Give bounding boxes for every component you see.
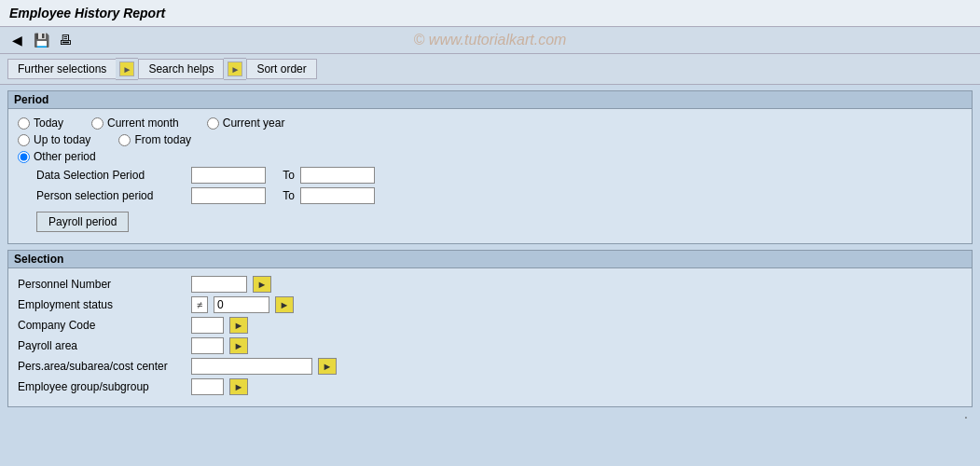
period-section: Period Today Current month Current year xyxy=(7,90,973,244)
employee-group-input[interactable] xyxy=(191,378,224,395)
save-icon[interactable]: 💾 xyxy=(32,31,50,49)
radio-other-period-input[interactable] xyxy=(18,151,30,163)
search-helps-arrow-icon: ► xyxy=(228,62,242,76)
print-icon[interactable]: 🖶 xyxy=(56,31,75,49)
payroll-period-button[interactable]: Payroll period xyxy=(36,212,129,232)
radio-current-year-input[interactable] xyxy=(207,117,219,130)
radio-from-today[interactable]: From today xyxy=(118,133,191,146)
person-selection-label: Person selection period xyxy=(36,189,186,202)
ne-operator-icon: ≠ xyxy=(191,296,208,313)
company-code-row: Company Code ► xyxy=(18,317,962,334)
period-row-3: Other period xyxy=(18,150,962,163)
payroll-area-label: Payroll area xyxy=(18,339,186,352)
period-header: Period xyxy=(8,91,972,109)
radio-current-year[interactable]: Current year xyxy=(207,116,285,130)
further-selections-arrow-icon: ► xyxy=(119,62,134,76)
page-title: Employee History Report xyxy=(0,0,980,27)
radio-today-input[interactable] xyxy=(18,117,30,130)
tab-further-selections[interactable]: Further selections xyxy=(7,59,116,79)
employment-status-arrow[interactable]: ► xyxy=(275,296,294,313)
radio-current-month-input[interactable] xyxy=(91,117,104,130)
personnel-number-arrow[interactable]: ► xyxy=(253,276,271,293)
radio-up-to-today-input[interactable] xyxy=(18,134,30,146)
pers-area-input[interactable] xyxy=(191,358,312,375)
company-code-arrow[interactable]: ► xyxy=(229,317,248,334)
toolbar: ◀ 💾 🖶 © www.tutorialkart.com xyxy=(0,27,980,54)
selection-section: Selection Personnel Number ► Employment … xyxy=(7,250,973,407)
employment-status-input[interactable] xyxy=(214,296,269,313)
person-selection-row: Person selection period To xyxy=(36,187,962,204)
employment-status-row: Employment status ≠ ► xyxy=(18,296,962,313)
employee-group-label: Employee group/subgroup xyxy=(18,380,186,393)
employment-status-label: Employment status xyxy=(18,298,186,311)
radio-up-to-today[interactable]: Up to today xyxy=(18,133,90,146)
tab-sort-order[interactable]: Sort order xyxy=(246,59,316,79)
to-label-2: To xyxy=(271,189,295,202)
watermark: © www.tutorialkart.com xyxy=(414,32,567,48)
payroll-area-input[interactable] xyxy=(191,337,224,354)
selection-body: Personnel Number ► Employment status ≠ ►… xyxy=(8,268,972,406)
personnel-number-row: Personnel Number ► xyxy=(18,276,962,293)
selection-header: Selection xyxy=(8,251,972,268)
company-code-label: Company Code xyxy=(18,319,186,332)
period-row-1: Today Current month Current year xyxy=(18,116,962,130)
payroll-area-arrow[interactable]: ► xyxy=(229,337,248,354)
radio-from-today-input[interactable] xyxy=(118,134,131,146)
pers-area-row: Pers.area/subarea/cost center ► xyxy=(18,358,962,375)
period-body: Today Current month Current year Up to t… xyxy=(8,109,972,243)
radio-current-month[interactable]: Current month xyxy=(91,116,179,130)
data-selection-from-input[interactable] xyxy=(191,167,266,184)
tab-search-helps[interactable]: Search helps xyxy=(138,59,224,79)
radio-today[interactable]: Today xyxy=(18,116,63,130)
pers-area-arrow[interactable]: ► xyxy=(318,358,337,375)
data-selection-label: Data Selection Period xyxy=(36,169,186,182)
payroll-period-row: Payroll period xyxy=(36,208,962,232)
payroll-area-row: Payroll area ► xyxy=(18,337,962,354)
period-fields: Data Selection Period To Person selectio… xyxy=(36,167,962,232)
main-content: Period Today Current month Current year xyxy=(0,85,980,413)
pers-area-label: Pers.area/subarea/cost center xyxy=(18,360,186,373)
dot-hint: . xyxy=(964,406,968,421)
to-label-1: To xyxy=(271,169,295,182)
radio-other-period[interactable]: Other period xyxy=(18,150,96,163)
person-selection-from-input[interactable] xyxy=(191,187,266,204)
personnel-number-label: Personnel Number xyxy=(18,278,186,291)
company-code-input[interactable] xyxy=(191,317,224,334)
data-selection-to-input[interactable] xyxy=(300,167,375,184)
personnel-number-input[interactable] xyxy=(191,276,247,293)
person-selection-to-input[interactable] xyxy=(300,187,375,204)
back-icon[interactable]: ◀ xyxy=(7,31,26,49)
employee-group-row: Employee group/subgroup ► xyxy=(18,378,962,395)
data-selection-row: Data Selection Period To xyxy=(36,167,962,184)
employee-group-arrow[interactable]: ► xyxy=(229,378,248,395)
period-row-2: Up to today From today xyxy=(18,133,962,146)
tab-bar: Further selections ► Search helps ► Sort… xyxy=(0,54,980,85)
